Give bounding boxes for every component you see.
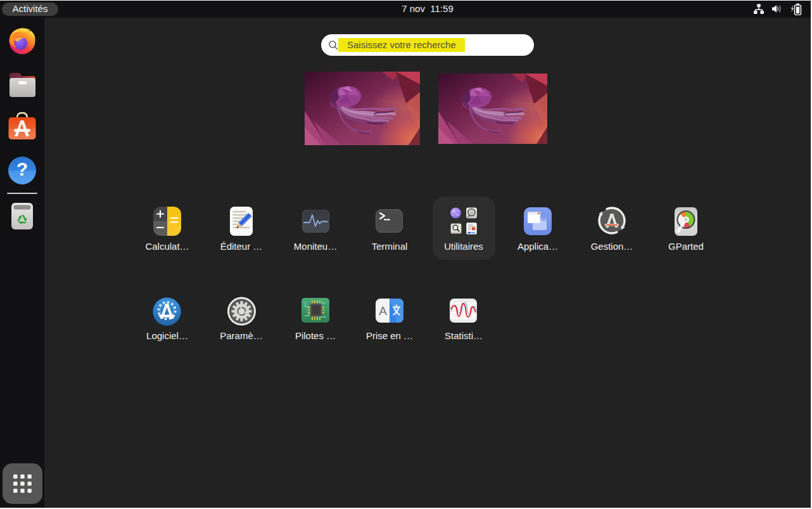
svg-text:?: ? (16, 158, 28, 179)
svg-text:A: A (379, 304, 387, 318)
